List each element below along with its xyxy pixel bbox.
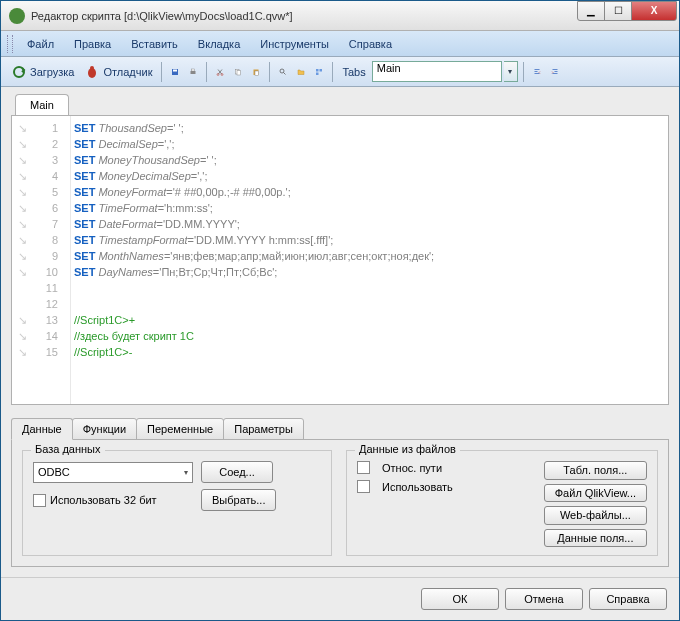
use-32bit-label: Использовать 32 бит <box>50 494 157 506</box>
files-legend: Данные из файлов <box>355 443 460 455</box>
bug-icon <box>84 64 100 80</box>
svg-rect-15 <box>320 69 323 72</box>
relative-paths-checkbox[interactable] <box>357 461 370 474</box>
maximize-button[interactable]: ☐ <box>604 1 632 21</box>
menu-edit[interactable]: Правка <box>64 35 121 53</box>
code-line[interactable]: ↘7SET DateFormat='DD.MM.YYYY'; <box>12 216 668 232</box>
reload-button[interactable]: Загрузка <box>7 62 78 82</box>
titlebar[interactable]: Редактор скрипта [d:\QlikView\myDocs\loa… <box>1 1 679 31</box>
svg-rect-6 <box>192 69 195 71</box>
svg-rect-14 <box>316 69 319 72</box>
minimize-button[interactable]: ▁ <box>577 1 605 21</box>
db-type-combo[interactable]: ODBC ▾ <box>33 462 193 483</box>
data-fields-button[interactable]: Данные поля... <box>544 529 647 548</box>
window-title: Редактор скрипта [d:\QlikView\myDocs\loa… <box>31 10 578 22</box>
ok-button[interactable]: ОК <box>421 588 499 610</box>
script-editor-window: Редактор скрипта [d:\QlikView\myDocs\loa… <box>0 0 680 621</box>
files-fieldset: Данные из файлов Относ. пути Использоват… <box>346 450 658 556</box>
file-tabs: Main <box>15 93 669 115</box>
tabs-select[interactable]: Main <box>372 61 502 82</box>
open-folder-icon[interactable] <box>293 64 309 80</box>
database-fieldset: База данных ODBC ▾ Соед... Использовать … <box>22 450 332 556</box>
toolbar: Загрузка Отладчик Tabs Main ▾ <box>1 57 679 87</box>
qlikview-file-button[interactable]: Файл QlikView... <box>544 484 647 503</box>
code-line[interactable]: ↘15//Script1C>- <box>12 344 668 360</box>
code-line[interactable]: ↘2SET DecimalSep=','; <box>12 136 668 152</box>
table-fields-button[interactable]: Табл. поля... <box>544 461 647 480</box>
help-button[interactable]: Справка <box>589 588 667 610</box>
tabs-select-dropdown[interactable]: ▾ <box>504 61 518 82</box>
tabs-label: Tabs <box>342 66 365 78</box>
relative-paths-label: Относ. пути <box>382 462 442 474</box>
file-tab-main[interactable]: Main <box>15 94 69 116</box>
svg-rect-4 <box>173 69 177 71</box>
code-line[interactable]: ↘10SET DayNames='Пн;Вт;Ср;Чт;Пт;Сб;Вс'; <box>12 264 668 280</box>
svg-rect-10 <box>237 70 241 75</box>
code-line[interactable]: ↘6SET TimeFormat='h:mm:ss'; <box>12 200 668 216</box>
select-button[interactable]: Выбрать... <box>201 489 276 511</box>
print-icon[interactable] <box>185 64 201 80</box>
tab-data[interactable]: Данные <box>11 418 73 440</box>
menu-tab[interactable]: Вкладка <box>188 35 250 53</box>
close-button[interactable]: X <box>631 1 677 21</box>
svg-rect-5 <box>191 71 196 74</box>
tab-functions[interactable]: Функции <box>72 418 137 440</box>
connect-button[interactable]: Соед... <box>201 461 273 483</box>
database-legend: База данных <box>31 443 105 455</box>
code-line[interactable]: ↘4SET MoneyDecimalSep=','; <box>12 168 668 184</box>
svg-point-13 <box>280 69 284 73</box>
tab-parameters[interactable]: Параметры <box>223 418 304 440</box>
cancel-button[interactable]: Отмена <box>505 588 583 610</box>
dialog-buttons: ОК Отмена Справка <box>1 577 679 620</box>
use-label: Использовать <box>382 481 453 493</box>
use-32bit-checkbox[interactable] <box>33 494 46 507</box>
menubar-grip[interactable] <box>7 35 13 53</box>
code-line[interactable]: ↘1SET ThousandSep=' '; <box>12 120 668 136</box>
app-icon <box>9 8 25 24</box>
code-editor[interactable]: ↘1SET ThousandSep=' ';↘2SET DecimalSep='… <box>11 115 669 405</box>
menu-insert[interactable]: Вставить <box>121 35 188 53</box>
tab-variables[interactable]: Переменные <box>136 418 224 440</box>
code-line[interactable]: 12 <box>12 296 668 312</box>
organize-icon[interactable] <box>311 64 327 80</box>
menubar: Файл Правка Вставить Вкладка Инструменты… <box>1 31 679 57</box>
svg-rect-12 <box>255 71 259 76</box>
code-line[interactable]: ↘8SET TimestampFormat='DD.MM.YYYY h:mm:s… <box>12 232 668 248</box>
code-line[interactable]: ↘13//Script1C>+ <box>12 312 668 328</box>
svg-rect-16 <box>316 72 319 75</box>
use-checkbox[interactable] <box>357 480 370 493</box>
bottom-panel: Данные Функции Переменные Параметры База… <box>11 417 669 567</box>
menu-file[interactable]: Файл <box>17 35 64 53</box>
menu-help[interactable]: Справка <box>339 35 402 53</box>
code-line[interactable]: ↘5SET MoneyFormat='# ##0,00р.;-# ##0,00р… <box>12 184 668 200</box>
menu-tools[interactable]: Инструменты <box>250 35 339 53</box>
web-files-button[interactable]: Web-файлы... <box>544 506 647 525</box>
svg-point-2 <box>90 66 94 70</box>
indent-right-icon[interactable] <box>547 64 563 80</box>
paste-icon[interactable] <box>248 64 264 80</box>
save-icon[interactable] <box>167 64 183 80</box>
code-line[interactable]: ↘3SET MoneyThousandSep=' '; <box>12 152 668 168</box>
code-line[interactable]: ↘9SET MonthNames='янв;фев;мар;апр;май;ию… <box>12 248 668 264</box>
debug-button[interactable]: Отладчик <box>80 62 156 82</box>
indent-left-icon[interactable] <box>529 64 545 80</box>
code-line[interactable]: ↘14//здесь будет скрипт 1С <box>12 328 668 344</box>
code-line[interactable]: 11 <box>12 280 668 296</box>
copy-icon[interactable] <box>230 64 246 80</box>
window-controls: ▁ ☐ X <box>578 1 677 21</box>
workspace: Main ↘1SET ThousandSep=' ';↘2SET Decimal… <box>1 87 679 577</box>
cut-icon[interactable] <box>212 64 228 80</box>
reload-icon <box>11 64 27 80</box>
search-icon[interactable] <box>275 64 291 80</box>
